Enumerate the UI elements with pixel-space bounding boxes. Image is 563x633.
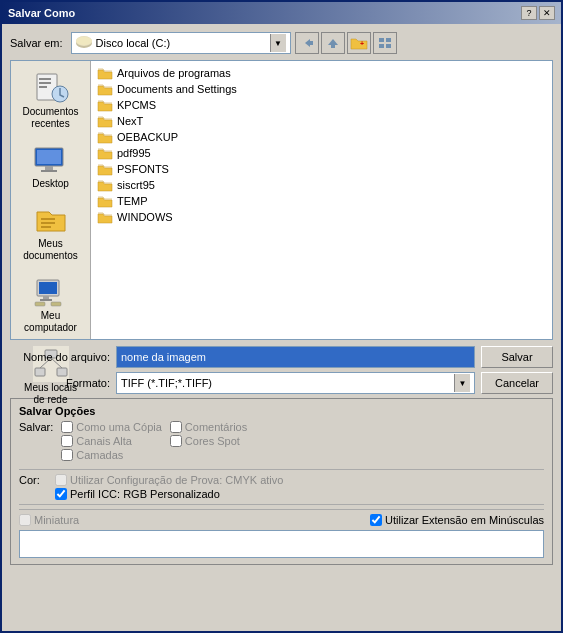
file-name: OEBACKUP	[117, 131, 178, 143]
sidebar-item-mydocs[interactable]: Meus documentos	[13, 197, 89, 267]
sidebar-item-desktop[interactable]: Desktop	[13, 137, 89, 195]
nav-buttons: +	[295, 32, 397, 54]
save-button[interactable]: Salvar	[481, 346, 553, 368]
folder-icon	[97, 82, 113, 96]
option-thumbnail-label: Miniatura	[34, 514, 79, 526]
option-spot: Cores Spot	[170, 435, 271, 447]
svg-rect-13	[39, 86, 47, 88]
option-extension: Utilizar Extensão em Minúsculas	[370, 514, 544, 526]
list-item[interactable]: WINDOWS	[95, 209, 548, 225]
drive-icon	[76, 36, 92, 50]
folder-icon	[97, 178, 113, 192]
sidebar-item-mycomputer[interactable]: Meu computador	[13, 269, 89, 339]
option-channels-checkbox[interactable]	[61, 435, 73, 447]
svg-rect-30	[57, 368, 67, 376]
filename-input[interactable]: nome da imagem	[116, 346, 475, 368]
list-item[interactable]: Documents and Settings	[95, 81, 548, 97]
folder-icon	[97, 98, 113, 112]
file-list: Arquivos de programasDocuments and Setti…	[91, 61, 552, 339]
list-item[interactable]: Arquivos de programas	[95, 65, 548, 81]
svg-rect-21	[41, 226, 51, 228]
list-item[interactable]: NexT	[95, 113, 548, 129]
folder-icon	[97, 114, 113, 128]
svg-rect-3	[310, 41, 313, 45]
option-thumbnail-checkbox[interactable]	[19, 514, 31, 526]
option-icc-label: Perfil ICC: RGB Personalizado	[70, 488, 220, 500]
svg-rect-25	[40, 299, 52, 301]
sidebar-item-recent-label: Documentos recentes	[18, 106, 84, 130]
option-proof-checkbox[interactable]	[55, 474, 67, 486]
svg-text:+: +	[360, 40, 364, 47]
sidebar: Documentos recentes Desktop	[11, 61, 91, 339]
color-options: Utilizar Configuração de Prova: CMYK ati…	[55, 474, 283, 500]
option-icc-checkbox[interactable]	[55, 488, 67, 500]
new-folder-button[interactable]: +	[347, 32, 371, 54]
svg-rect-8	[379, 44, 384, 48]
folder-icon	[97, 66, 113, 80]
folder-icon	[97, 146, 113, 160]
dialog-title: Salvar Como	[8, 7, 75, 19]
recent-docs-icon	[33, 70, 69, 106]
save-in-label: Salvar em:	[10, 37, 63, 49]
file-name: TEMP	[117, 195, 148, 207]
sidebar-item-mycomputer-label: Meu computador	[18, 310, 84, 334]
option-comments-checkbox[interactable]	[170, 421, 182, 433]
format-value: TIFF (*.TIF;*.TIFF)	[121, 377, 212, 389]
option-extension-checkbox[interactable]	[370, 514, 382, 526]
file-name: siscrt95	[117, 179, 155, 191]
save-cancel-buttons: Salvar	[481, 346, 553, 368]
back-icon	[300, 37, 314, 49]
svg-rect-17	[45, 166, 53, 170]
dropdown-arrow: ▼	[270, 34, 286, 52]
list-item[interactable]: siscrt95	[95, 177, 548, 193]
help-button[interactable]: ?	[521, 6, 537, 20]
file-name: KPCMS	[117, 99, 156, 111]
views-icon	[378, 37, 392, 49]
svg-rect-27	[51, 302, 61, 306]
up-icon	[326, 37, 340, 49]
option-spot-label: Cores Spot	[185, 435, 240, 447]
close-button[interactable]: ✕	[539, 6, 555, 20]
list-item[interactable]: OEBACKUP	[95, 129, 548, 145]
sidebar-item-recent[interactable]: Documentos recentes	[13, 65, 89, 135]
option-layers-checkbox[interactable]	[61, 449, 73, 461]
option-proof: Utilizar Configuração de Prova: CMYK ati…	[55, 474, 283, 486]
svg-rect-7	[386, 38, 391, 42]
list-item[interactable]: PSFONTS	[95, 161, 548, 177]
color-row: Cor: Utilizar Configuração de Prova: CMY…	[19, 474, 544, 500]
option-spot-checkbox[interactable]	[170, 435, 182, 447]
folder-icon	[97, 130, 113, 144]
bottom-options-row: Miniatura Utilizar Extensão em Minúscula…	[19, 509, 544, 526]
back-button[interactable]	[295, 32, 319, 54]
list-item[interactable]: KPCMS	[95, 97, 548, 113]
dialog-body: Salvar em: Disco local (C:) ▼	[2, 24, 561, 577]
views-button[interactable]	[373, 32, 397, 54]
option-copy-checkbox[interactable]	[61, 421, 73, 433]
folder-icon	[97, 162, 113, 176]
svg-rect-19	[41, 218, 55, 220]
save-in-dropdown[interactable]: Disco local (C:) ▼	[71, 32, 291, 54]
option-icc: Perfil ICC: RGB Personalizado	[55, 488, 283, 500]
option-proof-label: Utilizar Configuração de Prova: CMYK ati…	[70, 474, 283, 486]
save-in-value: Disco local (C:)	[96, 37, 270, 49]
filename-label: Nome do arquivo:	[10, 351, 110, 363]
folder-icon	[97, 210, 113, 224]
format-dropdown[interactable]: TIFF (*.TIF;*.TIFF) ▼	[116, 372, 475, 394]
cancel-button[interactable]: Cancelar	[481, 372, 553, 394]
my-computer-icon	[33, 274, 69, 310]
save-options-title: Salvar Opções	[19, 405, 544, 417]
list-item[interactable]: TEMP	[95, 193, 548, 209]
new-folder-icon: +	[350, 36, 368, 50]
list-item[interactable]: pdf995	[95, 145, 548, 161]
svg-rect-26	[35, 302, 45, 306]
form-area: Nome do arquivo: nome da imagem Salvar F…	[10, 346, 553, 394]
format-dropdown-arrow: ▼	[454, 374, 470, 392]
svg-rect-29	[35, 368, 45, 376]
file-name: Documents and Settings	[117, 83, 237, 95]
save-options-section: Salvar Opções Salvar: Como uma Cópia Com…	[10, 398, 553, 565]
sidebar-item-mydocs-label: Meus documentos	[18, 238, 84, 262]
my-docs-icon	[33, 202, 69, 238]
folder-icon	[97, 194, 113, 208]
up-button[interactable]	[321, 32, 345, 54]
save-as-dialog: Salvar Como ? ✕ Salvar em: Disco local (…	[0, 0, 563, 633]
